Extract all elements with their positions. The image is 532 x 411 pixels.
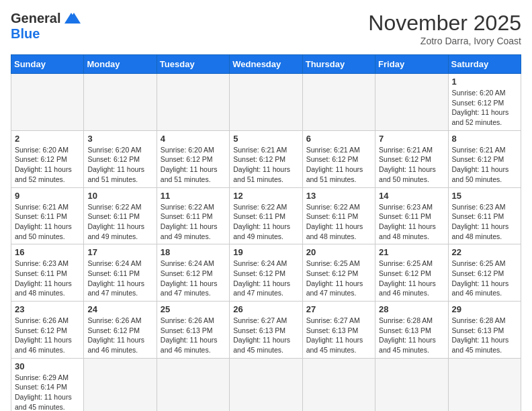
- day-number: 28: [379, 304, 444, 314]
- calendar-cell: 24Sunrise: 6:26 AM Sunset: 6:12 PM Dayli…: [84, 302, 157, 359]
- day-number: 27: [306, 304, 371, 314]
- cell-daylight-info: Sunrise: 6:22 AM Sunset: 6:11 PM Dayligh…: [306, 202, 371, 242]
- cell-daylight-info: Sunrise: 6:20 AM Sunset: 6:12 PM Dayligh…: [15, 145, 80, 185]
- cell-daylight-info: Sunrise: 6:21 AM Sunset: 6:12 PM Dayligh…: [452, 145, 517, 185]
- col-header-tuesday: Tuesday: [157, 55, 229, 74]
- col-header-thursday: Thursday: [302, 55, 375, 74]
- calendar-week-row: 9Sunrise: 6:21 AM Sunset: 6:11 PM Daylig…: [11, 187, 521, 244]
- cell-daylight-info: Sunrise: 6:24 AM Sunset: 6:11 PM Dayligh…: [87, 259, 152, 298]
- calendar-cell: 26Sunrise: 6:27 AM Sunset: 6:13 PM Dayli…: [230, 302, 302, 359]
- day-number: 4: [161, 134, 226, 144]
- day-number: 14: [379, 191, 444, 201]
- day-number: 8: [452, 134, 517, 144]
- calendar-cell: [302, 358, 375, 411]
- calendar-cell: 22Sunrise: 6:25 AM Sunset: 6:12 PM Dayli…: [448, 244, 521, 302]
- day-number: 23: [15, 304, 80, 314]
- logo-general-text: General: [11, 11, 60, 26]
- day-number: 5: [233, 134, 298, 144]
- calendar-cell: 6Sunrise: 6:21 AM Sunset: 6:12 PM Daylig…: [302, 130, 375, 187]
- day-number: 7: [379, 134, 444, 144]
- day-number: 13: [306, 191, 371, 201]
- cell-daylight-info: Sunrise: 6:29 AM Sunset: 6:14 PM Dayligh…: [15, 373, 80, 411]
- month-title: November 2025: [368, 11, 521, 36]
- calendar-cell: 27Sunrise: 6:27 AM Sunset: 6:13 PM Dayli…: [302, 302, 375, 359]
- calendar-cell: 21Sunrise: 6:25 AM Sunset: 6:12 PM Dayli…: [375, 244, 448, 302]
- day-number: 12: [233, 191, 298, 201]
- day-number: 1: [452, 77, 517, 87]
- cell-daylight-info: Sunrise: 6:23 AM Sunset: 6:11 PM Dayligh…: [379, 202, 444, 242]
- col-header-sunday: Sunday: [11, 55, 84, 74]
- cell-daylight-info: Sunrise: 6:22 AM Sunset: 6:11 PM Dayligh…: [161, 202, 226, 242]
- calendar-week-row: 23Sunrise: 6:26 AM Sunset: 6:12 PM Dayli…: [11, 302, 521, 359]
- calendar-cell: 13Sunrise: 6:22 AM Sunset: 6:11 PM Dayli…: [302, 187, 375, 244]
- calendar-cell: 1Sunrise: 6:20 AM Sunset: 6:12 PM Daylig…: [448, 74, 521, 131]
- calendar-cell: 12Sunrise: 6:22 AM Sunset: 6:11 PM Dayli…: [230, 187, 302, 244]
- calendar-cell: 20Sunrise: 6:25 AM Sunset: 6:12 PM Dayli…: [302, 244, 375, 302]
- calendar-cell: 4Sunrise: 6:20 AM Sunset: 6:12 PM Daylig…: [157, 130, 229, 187]
- calendar-cell: 5Sunrise: 6:21 AM Sunset: 6:12 PM Daylig…: [230, 130, 302, 187]
- cell-daylight-info: Sunrise: 6:24 AM Sunset: 6:12 PM Dayligh…: [161, 259, 226, 298]
- calendar-cell: 19Sunrise: 6:24 AM Sunset: 6:12 PM Dayli…: [230, 244, 302, 302]
- day-number: 25: [161, 304, 226, 314]
- calendar-cell: 8Sunrise: 6:21 AM Sunset: 6:12 PM Daylig…: [448, 130, 521, 187]
- calendar-cell: [11, 74, 84, 131]
- cell-daylight-info: Sunrise: 6:27 AM Sunset: 6:13 PM Dayligh…: [306, 316, 371, 355]
- calendar-cell: 2Sunrise: 6:20 AM Sunset: 6:12 PM Daylig…: [11, 130, 84, 187]
- col-header-wednesday: Wednesday: [230, 55, 302, 74]
- calendar-cell: 16Sunrise: 6:23 AM Sunset: 6:11 PM Dayli…: [11, 244, 84, 302]
- cell-daylight-info: Sunrise: 6:23 AM Sunset: 6:11 PM Dayligh…: [15, 259, 80, 298]
- day-number: 16: [15, 247, 80, 257]
- calendar-cell: 14Sunrise: 6:23 AM Sunset: 6:11 PM Dayli…: [375, 187, 448, 244]
- cell-daylight-info: Sunrise: 6:20 AM Sunset: 6:12 PM Dayligh…: [452, 88, 517, 128]
- day-number: 6: [306, 134, 371, 144]
- calendar-cell: 29Sunrise: 6:28 AM Sunset: 6:13 PM Dayli…: [448, 302, 521, 359]
- calendar-cell: 9Sunrise: 6:21 AM Sunset: 6:11 PM Daylig…: [11, 187, 84, 244]
- cell-daylight-info: Sunrise: 6:21 AM Sunset: 6:12 PM Dayligh…: [379, 145, 444, 185]
- calendar-cell: 17Sunrise: 6:24 AM Sunset: 6:11 PM Dayli…: [84, 244, 157, 302]
- cell-daylight-info: Sunrise: 6:25 AM Sunset: 6:12 PM Dayligh…: [452, 259, 517, 298]
- calendar-cell: [157, 74, 229, 131]
- day-number: 29: [452, 304, 517, 314]
- cell-daylight-info: Sunrise: 6:26 AM Sunset: 6:12 PM Dayligh…: [87, 316, 152, 355]
- calendar-cell: [157, 358, 229, 411]
- calendar-cell: [375, 74, 448, 131]
- day-number: 10: [87, 191, 152, 201]
- day-number: 24: [87, 304, 152, 314]
- cell-daylight-info: Sunrise: 6:20 AM Sunset: 6:12 PM Dayligh…: [161, 145, 226, 185]
- calendar-cell: [302, 74, 375, 131]
- calendar-week-row: 2Sunrise: 6:20 AM Sunset: 6:12 PM Daylig…: [11, 130, 521, 187]
- day-number: 3: [87, 134, 152, 144]
- page-header: General Blue November 2025 Zotro Darra, …: [11, 11, 521, 46]
- logo-icon: [62, 11, 81, 26]
- cell-daylight-info: Sunrise: 6:26 AM Sunset: 6:13 PM Dayligh…: [161, 316, 226, 355]
- cell-daylight-info: Sunrise: 6:24 AM Sunset: 6:12 PM Dayligh…: [233, 259, 298, 298]
- calendar-cell: 11Sunrise: 6:22 AM Sunset: 6:11 PM Dayli…: [157, 187, 229, 244]
- day-number: 18: [161, 247, 226, 257]
- logo-blue-text: Blue: [11, 26, 40, 42]
- day-number: 20: [306, 247, 371, 257]
- calendar-cell: [84, 358, 157, 411]
- calendar-cell: 28Sunrise: 6:28 AM Sunset: 6:13 PM Dayli…: [375, 302, 448, 359]
- cell-daylight-info: Sunrise: 6:25 AM Sunset: 6:12 PM Dayligh…: [306, 259, 371, 298]
- calendar-week-row: 16Sunrise: 6:23 AM Sunset: 6:11 PM Dayli…: [11, 244, 521, 302]
- col-header-monday: Monday: [84, 55, 157, 74]
- calendar-week-row: 30Sunrise: 6:29 AM Sunset: 6:14 PM Dayli…: [11, 358, 521, 411]
- calendar-header-row: SundayMondayTuesdayWednesdayThursdayFrid…: [11, 55, 521, 74]
- day-number: 9: [15, 191, 80, 201]
- cell-daylight-info: Sunrise: 6:25 AM Sunset: 6:12 PM Dayligh…: [379, 259, 444, 298]
- day-number: 19: [233, 247, 298, 257]
- cell-daylight-info: Sunrise: 6:26 AM Sunset: 6:12 PM Dayligh…: [15, 316, 80, 355]
- cell-daylight-info: Sunrise: 6:20 AM Sunset: 6:12 PM Dayligh…: [87, 145, 152, 185]
- calendar-cell: 25Sunrise: 6:26 AM Sunset: 6:13 PM Dayli…: [157, 302, 229, 359]
- logo: General Blue: [11, 11, 81, 42]
- cell-daylight-info: Sunrise: 6:22 AM Sunset: 6:11 PM Dayligh…: [233, 202, 298, 242]
- calendar-cell: [230, 358, 302, 411]
- calendar-cell: 15Sunrise: 6:23 AM Sunset: 6:11 PM Dayli…: [448, 187, 521, 244]
- calendar-cell: 10Sunrise: 6:22 AM Sunset: 6:11 PM Dayli…: [84, 187, 157, 244]
- calendar-cell: 23Sunrise: 6:26 AM Sunset: 6:12 PM Dayli…: [11, 302, 84, 359]
- calendar-cell: [84, 74, 157, 131]
- calendar-cell: 30Sunrise: 6:29 AM Sunset: 6:14 PM Dayli…: [11, 358, 84, 411]
- cell-daylight-info: Sunrise: 6:23 AM Sunset: 6:11 PM Dayligh…: [452, 202, 517, 242]
- day-number: 15: [452, 191, 517, 201]
- cell-daylight-info: Sunrise: 6:21 AM Sunset: 6:11 PM Dayligh…: [15, 202, 80, 242]
